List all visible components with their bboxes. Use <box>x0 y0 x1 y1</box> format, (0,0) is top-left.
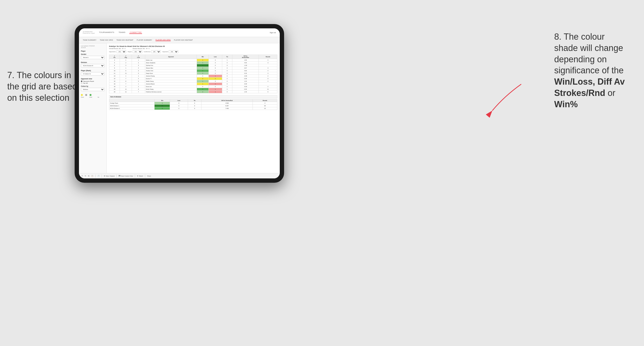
table-cell: 2 <box>132 85 145 88</box>
share-btn[interactable]: Share <box>147 175 151 177</box>
gender-label: Gender <box>81 53 104 55</box>
table-cell: 10 <box>109 69 120 72</box>
table-cell: 7 <box>120 83 132 85</box>
table-cell: Jessica Mason <box>145 83 197 85</box>
table-cell: 3 <box>132 69 145 72</box>
undo-icon[interactable]: ↺ <box>81 175 83 177</box>
sub-player-h2h-grid[interactable]: PLAYER H2H GRID <box>156 39 171 41</box>
out-win-cell: 1 <box>154 102 170 105</box>
filter-opponents-select[interactable]: (All) <box>116 50 126 53</box>
table-cell: Eunice Yi <box>145 77 197 80</box>
nav-tournaments[interactable]: TOURNAMENTS <box>98 31 114 34</box>
sub-team-h2h-heatmap[interactable]: TEAM H2H HEATMAP <box>116 39 133 41</box>
table-cell: 0 <box>197 75 208 77</box>
legend-label-down: Down <box>81 96 88 98</box>
player-rank-select[interactable]: 8. Katelyn Vo <box>81 72 104 75</box>
table-cell: 2 <box>197 69 208 72</box>
table-cell: 4.00 <box>232 62 259 64</box>
table-cell: 0 <box>222 83 232 85</box>
main-content: Last Updated: 27/03/2024 16:55:38 Player… <box>79 43 280 173</box>
save-custom-btn[interactable]: 💾 Save Custom View <box>119 175 133 177</box>
nav-sign-out[interactable]: Sign out <box>270 32 276 33</box>
table-cell: 0 <box>222 75 232 77</box>
sub-team-h2h-grid[interactable]: TEAM H2H GRID <box>100 39 113 41</box>
table-cell: 1.33 <box>232 91 259 93</box>
clock-icon[interactable]: 🕐 <box>98 175 100 177</box>
annotation-left-text: 7. The colours inthe grid are basedon th… <box>7 70 77 103</box>
table-row: 1063Andrea York2004.004 <box>109 69 277 72</box>
table-cell: 0 <box>208 72 222 75</box>
table-cell: 2 <box>120 62 132 64</box>
right-panel: Katelyn Vo Head-to-Head Grid for Women's… <box>107 43 280 173</box>
table-cell: 2 <box>208 83 222 85</box>
table-cell: Emily Chang <box>145 88 197 91</box>
redo-icon[interactable]: ↻ <box>85 175 86 177</box>
view-original-btn[interactable]: 👁 View: Original <box>104 175 114 177</box>
table-cell: 3 <box>258 67 277 69</box>
table-cell: 8 <box>120 80 132 83</box>
nav-committee[interactable]: COMMITTEE <box>129 31 142 34</box>
table-row: 20116Emily Chang4100.3011 <box>109 88 277 91</box>
table-cell: 18 <box>109 85 120 88</box>
table-cell: 1 <box>222 59 232 62</box>
out-th-name <box>109 99 154 102</box>
table-cell: -3.00 <box>232 75 259 77</box>
table-cell: 11 <box>120 72 132 75</box>
filter-conference-select[interactable]: (All) <box>151 50 161 53</box>
table-cell: 0 <box>222 69 232 72</box>
table-cell: 6 <box>132 88 145 91</box>
gender-select[interactable]: Women's <box>81 56 104 59</box>
table-cell: 1 <box>132 75 145 77</box>
radio-top-100[interactable]: Top 100 <box>81 82 104 84</box>
table-cell: 6 <box>109 64 120 67</box>
division-select[interactable]: NCAA Division III <box>81 64 104 67</box>
filter-conference-label: Conference <box>144 51 150 52</box>
table-cell: 1 <box>208 75 222 77</box>
radio-opponents-played[interactable]: Opponents Played <box>81 81 104 82</box>
sub-player-summary[interactable]: PLAYER SUMMARY <box>137 39 152 41</box>
table-cell: 20 <box>109 91 120 93</box>
table-cell: 14 <box>109 77 120 80</box>
table-cell: 0 <box>208 80 222 83</box>
table-row: Foreign Team1004.5002 <box>109 102 277 105</box>
table-cell: 4 <box>258 59 277 62</box>
table-cell: 3 <box>109 59 120 62</box>
table-cell: -1.00 <box>232 64 259 67</box>
colour-legend: Down Level Up <box>81 94 104 98</box>
out-win-cell: 5 <box>154 107 170 110</box>
table-cell: 0 <box>208 62 222 64</box>
colour-by-select[interactable]: Win/loss <box>81 88 104 91</box>
table-cell <box>258 83 277 85</box>
table-cell: 0 <box>208 64 222 67</box>
th-diff: Diff AvStrokes/Rnd <box>232 55 259 59</box>
legend-dot-down <box>81 94 83 96</box>
watch-btn[interactable]: 👁 Watch <box>137 175 143 177</box>
table-row: 1474Eunice Yi2200.389 <box>109 77 277 80</box>
filter-opponent-select[interactable]: (All) <box>169 50 178 53</box>
paste-icon[interactable]: 📋 <box>91 175 94 177</box>
sub-player-h2h-heatmap[interactable]: PLAYER H2H HEATMAP <box>174 39 193 41</box>
table-cell: 2 <box>197 91 208 93</box>
table-cell: 5 <box>132 80 145 83</box>
sub-team-summary[interactable]: TEAM SUMMARY <box>83 39 96 41</box>
table-row: 1311Jessica Huang010-3.002 <box>109 75 277 77</box>
nav-teams[interactable]: TEAMS <box>118 31 126 34</box>
table-cell: 13 <box>109 75 120 77</box>
out-th-rounds: Rounds <box>253 99 277 102</box>
table-cell: 7 <box>132 91 145 93</box>
division-record: Division Record: 331 - 34 - 6 <box>133 48 150 49</box>
out-rounds-cell: 10 <box>253 107 277 110</box>
nav-items: TOURNAMENTS TEAMS COMMITTEE <box>98 31 270 34</box>
table-cell: Sydney Kuo <box>145 64 197 67</box>
table-cell: Jessica Huang <box>145 75 197 77</box>
toolbar: ↺ ↻ ⧉ 📋 🕐 👁 View: Original 💾 Save Custom… <box>79 173 280 178</box>
filter-region-label: Region <box>128 51 132 52</box>
table-cell: 11 <box>258 88 277 91</box>
filter-opponents-label: Opponents: <box>109 51 116 52</box>
filter-region-select[interactable]: (All) <box>133 50 142 53</box>
copy-icon[interactable]: ⧉ <box>88 175 89 177</box>
table-row: 11115Heejo Hyun1003.333 <box>109 72 277 75</box>
out-division-table: Win Loss Tie Diff Av Strokes/Rnd Rounds … <box>109 99 277 110</box>
th-rounds: Rounds <box>258 55 277 59</box>
table-cell: 3 <box>132 64 145 67</box>
